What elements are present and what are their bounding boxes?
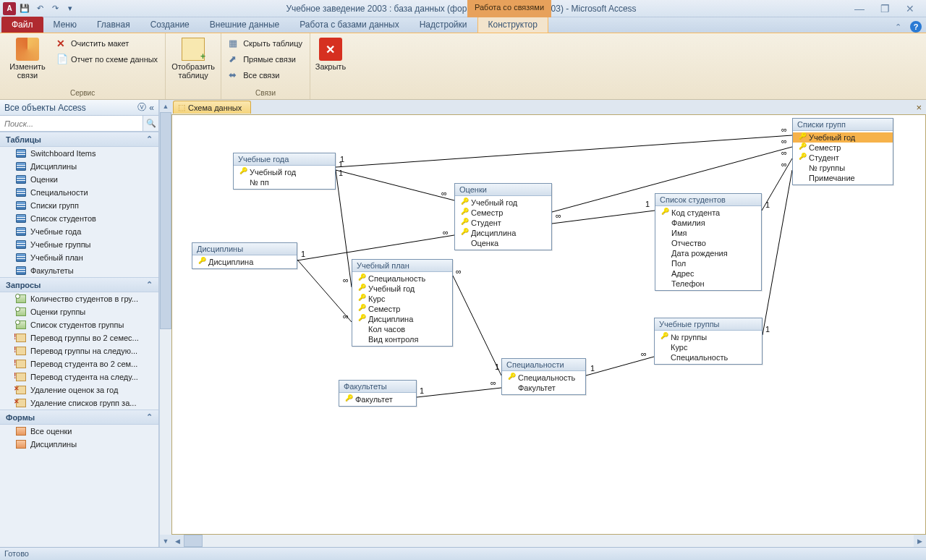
scroll-track[interactable] — [184, 535, 914, 547]
all-links-button[interactable]: Все связи — [226, 68, 305, 82]
table-title[interactable]: Учебные года — [234, 153, 335, 166]
table-title[interactable]: Списки групп — [793, 119, 893, 131]
table-field[interactable]: Дата рождения — [655, 248, 761, 258]
nav-item[interactable]: Оценки группы — [0, 305, 158, 318]
table-field[interactable]: № группы — [793, 163, 893, 173]
nav-item[interactable]: Списки групп — [0, 199, 158, 212]
tab-design[interactable]: Конструктор — [477, 16, 548, 33]
nav-item[interactable]: Switchboard Items — [0, 147, 158, 160]
save-icon[interactable]: 💾 — [18, 2, 31, 15]
nav-item[interactable]: Перевод студента на следу... — [0, 370, 158, 383]
table-field[interactable]: Студент — [455, 218, 551, 228]
nav-item[interactable]: Все оценки — [0, 425, 158, 438]
search-icon[interactable]: 🔍 — [143, 116, 158, 131]
relation-table[interactable]: Учебные группы№ группыКурсСпециальность — [654, 318, 763, 365]
h-scroll-thumb[interactable] — [184, 535, 203, 547]
tab-addins[interactable]: Надстройки — [409, 17, 477, 33]
edit-relations-button[interactable]: Изменить связи — [4, 36, 51, 81]
minimize-button[interactable]: — — [854, 3, 865, 14]
show-table-button[interactable]: Отобразить таблицу — [170, 36, 216, 81]
table-field[interactable]: Дисциплина — [192, 257, 297, 267]
relation-table[interactable]: Списки группУчебный годСеместрСтудент№ г… — [792, 118, 893, 185]
table-field[interactable]: Учебный год — [793, 132, 893, 143]
relation-table[interactable]: ОценкиУчебный годСеместрСтудентДисциплин… — [454, 183, 552, 250]
relation-table[interactable]: СпециальностиСпециальностьФакультет — [501, 358, 586, 395]
tab-database-tools[interactable]: Работа с базами данных — [289, 17, 409, 33]
table-field[interactable]: Студент — [793, 153, 893, 163]
table-field[interactable]: Код студента — [655, 208, 761, 218]
table-field[interactable]: № группы — [655, 332, 762, 342]
nav-item[interactable]: Учебные группы — [0, 238, 158, 251]
table-title[interactable]: Факультеты — [339, 381, 416, 393]
tab-create[interactable]: Создание — [140, 17, 200, 33]
nav-item[interactable]: Перевод группы во 2 семес... — [0, 331, 158, 344]
horizontal-scrollbar[interactable]: ◀ ▶ — [171, 535, 926, 547]
table-field[interactable]: Учебный год — [455, 198, 551, 208]
close-button[interactable]: ✕ — [906, 3, 914, 14]
schema-report-button[interactable]: Отчет по схеме данных — [54, 52, 161, 67]
tab-external-data[interactable]: Внешние данные — [200, 17, 290, 33]
relation-table[interactable]: Учебные годаУчебный год№ пп — [233, 153, 336, 190]
file-tab[interactable]: Файл — [1, 17, 43, 33]
table-field[interactable]: Пол — [655, 258, 761, 268]
table-field[interactable]: Вид контроля — [352, 334, 452, 344]
restore-button[interactable]: ❐ — [880, 3, 890, 14]
nav-group-header[interactable]: Запросы⌃ — [0, 277, 158, 292]
relation-table[interactable]: ДисциплиныДисциплина — [192, 242, 297, 269]
table-field[interactable]: Учебный год — [352, 284, 452, 294]
scroll-thumb[interactable] — [160, 112, 171, 329]
nav-item[interactable]: Дисциплины — [0, 160, 158, 173]
redo-icon[interactable]: ↷ — [48, 2, 61, 15]
nav-item[interactable]: Список студентов — [0, 212, 158, 225]
table-field[interactable]: Дисциплина — [352, 314, 452, 324]
nav-header-dropdown-icon[interactable]: ⓥ — [137, 101, 146, 114]
tab-menu[interactable]: Меню — [43, 17, 87, 33]
nav-group-header[interactable]: Формы⌃ — [0, 410, 158, 425]
app-icon[interactable]: A — [3, 2, 16, 15]
nav-item[interactable]: Специальности — [0, 186, 158, 199]
table-title[interactable]: Учебные группы — [655, 318, 762, 331]
relation-table[interactable]: Список студентовКод студентаФамилияИмяОт… — [655, 193, 762, 291]
table-field[interactable]: Имя — [655, 228, 761, 238]
table-field[interactable]: Отчество — [655, 238, 761, 248]
nav-item[interactable]: Удаление списков групп за... — [0, 396, 158, 410]
table-field[interactable]: Курс — [655, 342, 762, 352]
nav-item[interactable]: Учебный план — [0, 251, 158, 264]
table-field[interactable]: Учебный год — [234, 167, 335, 177]
table-field[interactable]: Примечание — [793, 173, 893, 183]
scroll-up-icon[interactable]: ▲ — [160, 100, 171, 112]
help-icon[interactable]: ? — [910, 21, 922, 33]
clear-layout-button[interactable]: Очистить макет — [54, 36, 161, 51]
hide-table-button[interactable]: Скрыть таблицу — [226, 36, 305, 51]
table-title[interactable]: Учебный план — [352, 260, 452, 272]
close-relations-button[interactable]: ✕ Закрыть — [315, 36, 347, 72]
table-field[interactable]: Фамилия — [655, 218, 761, 228]
table-field[interactable]: Факультет — [339, 394, 416, 404]
table-field[interactable]: Курс — [352, 294, 452, 304]
scroll-left-icon[interactable]: ◀ — [171, 535, 184, 547]
nav-item[interactable]: Дисциплины — [0, 438, 158, 451]
table-field[interactable]: Телефон — [655, 279, 761, 289]
search-input[interactable] — [0, 116, 143, 131]
nav-item[interactable]: Удаление оценок за год — [0, 383, 158, 396]
nav-item[interactable]: Перевод группы на следую... — [0, 344, 158, 357]
undo-icon[interactable]: ↶ — [33, 2, 46, 15]
table-field[interactable]: Факультет — [502, 383, 585, 393]
minimize-ribbon-icon[interactable]: ⌃ — [895, 22, 901, 32]
relation-table[interactable]: Учебный планСпециальностьУчебный годКурс… — [352, 259, 453, 347]
scroll-right-icon[interactable]: ▶ — [914, 535, 926, 547]
nav-item[interactable]: Учебные года — [0, 225, 158, 238]
table-title[interactable]: Оценки — [455, 184, 551, 196]
nav-item[interactable]: Список студентов группы — [0, 318, 158, 331]
direct-links-button[interactable]: Прямые связи — [226, 52, 305, 67]
table-field[interactable]: Семестр — [793, 143, 893, 153]
qat-dropdown-icon[interactable]: ▾ — [64, 2, 77, 15]
nav-header[interactable]: Все объекты Access ⓥ « — [0, 100, 158, 116]
nav-collapse-icon[interactable]: « — [149, 103, 154, 113]
relationships-canvas[interactable]: 1∞1∞1∞∞1∞∞11∞∞11∞1∞1∞∞ Учебные годаУчебн… — [171, 114, 926, 535]
table-field[interactable]: Семестр — [455, 208, 551, 218]
nav-group-header[interactable]: Таблицы⌃ — [0, 132, 158, 147]
table-title[interactable]: Специальности — [502, 359, 585, 371]
nav-item[interactable]: Факультеты — [0, 264, 158, 277]
nav-item[interactable]: Оценки — [0, 173, 158, 186]
